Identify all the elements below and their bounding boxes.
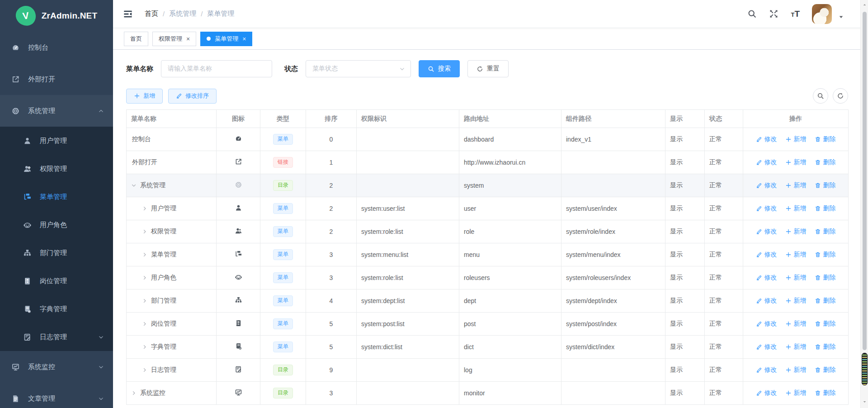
plus-row-action[interactable]: 新增 [785,135,807,143]
sidebar-collapse-icon[interactable] [123,9,133,19]
tab[interactable]: 权限管理× [152,32,196,46]
plus-row-action[interactable]: 新增 [785,366,807,374]
scroll-up-arrow-icon[interactable] [861,1,868,8]
trash-row-action[interactable]: 删除 [815,320,836,328]
type-tag: 目录 [273,180,293,191]
plus-row-action[interactable]: 新增 [785,274,807,282]
tree-expand-icon[interactable] [142,298,147,304]
sidebar-item-user[interactable]: 用户管理 [0,127,113,155]
sidebar-item-monitor[interactable]: 系统监控 [0,351,113,383]
trash-row-action[interactable]: 删除 [815,251,836,259]
plus-row-action[interactable]: 新增 [785,297,807,305]
edit-row-action[interactable]: 修改 [756,366,777,374]
font-size-icon[interactable]: TT [791,9,800,18]
sidebar-item-gear[interactable]: 系统管理 [0,95,113,127]
edit-row-action[interactable]: 修改 [756,158,777,166]
tree-expand-icon[interactable] [142,275,147,280]
sidebar-item-users[interactable]: 权限管理 [0,155,113,183]
trash-row-action[interactable]: 删除 [815,297,836,305]
tree-expand-icon[interactable] [142,367,147,373]
tree-expand-icon[interactable] [142,344,147,350]
edit-row-action[interactable]: 修改 [756,228,777,236]
plus-row-action[interactable]: 新增 [785,389,807,397]
plus-row-action[interactable]: 新增 [785,343,807,351]
cell-component: system/dept/index [561,289,665,313]
avatar[interactable] [812,4,832,24]
toggle-search-button[interactable] [813,88,828,104]
trash-row-action[interactable]: 删除 [815,343,836,351]
gear-icon [235,181,242,189]
edit-row-action[interactable]: 修改 [756,320,777,328]
sidebar-item-tree[interactable]: 菜单管理 [0,183,113,211]
caret-down-icon[interactable] [839,14,844,19]
plus-row-action[interactable]: 新增 [785,228,807,236]
sidebar-item-robot[interactable]: 用户角色 [0,211,113,239]
edit-row-action[interactable]: 修改 [756,274,777,282]
sidebar-submenu: 用户管理权限管理菜单管理用户角色部门管理岗位管理字典管理日志管理 [0,127,113,351]
trash-row-action[interactable]: 删除 [815,366,836,374]
action-label: 新增 [794,320,807,328]
table-row: 外部打开链接1http://www.izhaorui.cn显示正常修改新增删除 [127,151,849,174]
cell-path: dashboard [459,128,561,151]
edit-row-action[interactable]: 修改 [756,135,777,143]
status-select[interactable]: 菜单状态 [306,60,411,77]
trash-row-action[interactable]: 删除 [815,158,836,166]
trash-row-action[interactable]: 删除 [815,389,836,397]
column-header-icon: 图标 [217,110,260,128]
action-label: 修改 [764,251,777,259]
fullscreen-icon[interactable] [769,9,778,19]
scrollbar-thumb[interactable] [863,12,867,350]
tree-expand-icon[interactable] [131,183,137,188]
plus-row-action[interactable]: 新增 [785,204,807,213]
add-button[interactable]: 新增 [126,89,163,104]
action-label: 删除 [823,389,836,397]
edit-row-action[interactable]: 修改 [756,204,777,213]
close-icon[interactable]: × [242,36,246,42]
sidebar-item-log[interactable]: 日志管理 [0,323,113,351]
scroll-down-arrow-icon[interactable] [861,398,868,405]
plus-row-action[interactable]: 新增 [785,158,807,166]
sidebar-item-dashboard[interactable]: 控制台 [0,32,113,63]
cell-actions: 修改新增删除 [743,220,849,243]
tree-expand-icon[interactable] [142,206,147,211]
cell-name: 用户角色 [127,266,217,289]
trash-row-action[interactable]: 删除 [815,204,836,213]
search-icon[interactable] [747,9,757,19]
logo-icon: V [14,5,37,27]
action-label: 修改 [764,204,777,213]
action-label: 删除 [823,204,836,213]
logo[interactable]: V ZrAdmin.NET [0,0,113,32]
edit-sort-button[interactable]: 修改排序 [168,89,217,104]
sidebar-item-book[interactable]: 字典管理 [0,295,113,323]
edit-row-action[interactable]: 修改 [756,297,777,305]
action-label: 修改 [764,228,777,236]
plus-row-action[interactable]: 新增 [785,251,807,259]
tree-expand-icon[interactable] [142,321,147,327]
trash-row-action[interactable]: 删除 [815,274,836,282]
tree-expand-icon[interactable] [142,229,147,234]
plus-row-action[interactable]: 新增 [785,181,807,190]
tab[interactable]: 菜单管理× [200,32,252,46]
sidebar-item-badge[interactable]: 岗位管理 [0,267,113,295]
edit-row-action[interactable]: 修改 [756,181,777,190]
trash-row-action[interactable]: 删除 [815,181,836,190]
sidebar-item-sitemap[interactable]: 部门管理 [0,239,113,267]
sidebar-item-article[interactable]: 文章管理 [0,383,113,408]
filter-bar: 菜单名称 请输入菜单名称 状态 菜单状态 搜索 重置 [126,60,868,78]
reset-button[interactable]: 重置 [467,60,509,77]
tree-expand-icon[interactable] [131,390,137,396]
trash-row-action[interactable]: 删除 [815,228,836,236]
close-icon[interactable]: × [186,36,190,42]
trash-row-action[interactable]: 删除 [815,135,836,143]
edit-row-action[interactable]: 修改 [756,251,777,259]
tree-expand-icon[interactable] [142,252,147,257]
menu-name-input[interactable]: 请输入菜单名称 [161,60,272,77]
plus-row-action[interactable]: 新增 [785,320,807,328]
refresh-table-button[interactable] [833,88,848,104]
edit-row-action[interactable]: 修改 [756,343,777,351]
search-button[interactable]: 搜索 [419,60,460,77]
tab[interactable]: 首页 [124,32,148,46]
sidebar-item-external-link[interactable]: 外部打开 [0,63,113,95]
breadcrumb-item[interactable]: 首页 [145,9,158,18]
edit-row-action[interactable]: 修改 [756,389,777,397]
